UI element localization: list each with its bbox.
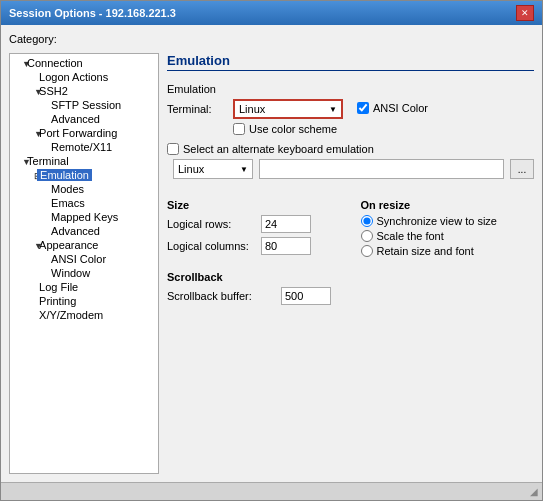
- tree-item-advanced-ssh[interactable]: Advanced: [10, 112, 158, 126]
- ansi-color-row: ANSI Color: [357, 102, 428, 114]
- tree-label-remote-x11: Remote/X11: [49, 141, 114, 153]
- content-area: ▼ Connection Logon Actions ▼ SSH2 SFTP S…: [9, 53, 534, 474]
- title-bar: Session Options - 192.168.221.3 ✕: [1, 1, 542, 25]
- retain-size-label: Retain size and font: [377, 245, 474, 257]
- resize-radio-group: Synchronize view to size Scale the font …: [361, 215, 535, 257]
- logical-cols-row: Logical columns:: [167, 237, 341, 255]
- tree-item-printing[interactable]: Printing: [10, 294, 158, 308]
- alt-terminal-dropdown[interactable]: Linux ▼: [173, 159, 253, 179]
- alt-dropdown-arrow: ▼: [240, 165, 248, 174]
- emulation-section: Emulation Terminal: Linux ▼ ANSI Color: [167, 83, 534, 187]
- tree-label-advanced2: Advanced: [49, 225, 102, 237]
- tree-item-mapped-keys[interactable]: Mapped Keys: [10, 210, 158, 224]
- tree-label-logon: Logon Actions: [37, 71, 110, 83]
- sync-view-radio[interactable]: [361, 215, 373, 227]
- retain-size-radio[interactable]: [361, 245, 373, 257]
- tree-label-emulation: Emulation: [37, 169, 92, 181]
- terminal-dropdown[interactable]: Linux ▼: [233, 99, 343, 119]
- alt-emulation-input[interactable]: [259, 159, 504, 179]
- expander-connection: ▼: [10, 59, 22, 69]
- alt-emulation-row: Linux ▼ ...: [173, 159, 534, 179]
- size-label: Size: [167, 199, 341, 211]
- category-label: Category:: [9, 33, 534, 45]
- scale-font-label: Scale the font: [377, 230, 444, 242]
- tree-item-advanced2[interactable]: Advanced: [10, 224, 158, 238]
- ansi-color-label: ANSI Color: [373, 102, 428, 114]
- tree-label-modes: Modes: [49, 183, 86, 195]
- scrollback-buffer-input[interactable]: [281, 287, 331, 305]
- tree-label-advanced-ssh: Advanced: [49, 113, 102, 125]
- ansi-color-checkbox[interactable]: [357, 102, 369, 114]
- terminal-dropdown-value: Linux: [239, 103, 325, 115]
- retain-size-row: Retain size and font: [361, 245, 535, 257]
- sync-view-label: Synchronize view to size: [377, 215, 497, 227]
- panel-title: Emulation: [167, 53, 534, 71]
- expander-appearance: ▼: [10, 241, 34, 251]
- logical-cols-label: Logical columns:: [167, 240, 257, 252]
- tree-item-log-file[interactable]: Log File: [10, 280, 158, 294]
- expander-ssh2: ▼: [10, 87, 34, 97]
- tree-label-ansi: ANSI Color: [49, 253, 108, 265]
- alt-keyboard-label: Select an alternate keyboard emulation: [183, 143, 374, 155]
- on-resize-section: On resize Synchronize view to size Scale…: [361, 199, 535, 259]
- tree-item-appearance[interactable]: ▼ Appearance: [10, 238, 158, 252]
- tree-label-mapped: Mapped Keys: [49, 211, 120, 223]
- expander-terminal: ▼: [10, 157, 22, 167]
- tree-item-port-fwd[interactable]: ▼ Port Forwarding: [10, 126, 158, 140]
- size-section: Size Logical rows: Logical columns:: [167, 199, 341, 259]
- terminal-dropdown-arrow: ▼: [329, 105, 337, 114]
- tree-label-window: Window: [49, 267, 92, 279]
- logical-rows-row: Logical rows:: [167, 215, 341, 233]
- on-resize-label: On resize: [361, 199, 535, 211]
- scale-font-radio[interactable]: [361, 230, 373, 242]
- tree-item-emulation[interactable]: ⊞ Emulation: [10, 168, 158, 182]
- use-color-scheme-row: Use color scheme: [233, 123, 337, 135]
- alt-keyboard-checkbox[interactable]: [167, 143, 179, 155]
- title-bar-controls: ✕: [516, 5, 534, 21]
- tree-label-ssh2: SSH2: [37, 85, 70, 97]
- tree-item-terminal[interactable]: ▼ Terminal: [10, 154, 158, 168]
- size-resize-section: Size Logical rows: Logical columns: On r…: [167, 199, 534, 259]
- alt-terminal-value: Linux: [178, 163, 236, 175]
- scrollback-buffer-row: Scrollback buffer:: [167, 287, 534, 305]
- scrollback-label: Scrollback: [167, 271, 534, 283]
- scale-font-row: Scale the font: [361, 230, 535, 242]
- tree-item-xyz[interactable]: X/Y/Zmodem: [10, 308, 158, 322]
- emulation-section-label: Emulation: [167, 83, 534, 95]
- color-scheme-row: Use color scheme: [233, 123, 534, 137]
- tree-label-appearance: Appearance: [37, 239, 100, 251]
- use-color-scheme-checkbox[interactable]: [233, 123, 245, 135]
- scrollback-section: Scrollback Scrollback buffer:: [167, 271, 534, 309]
- tree-item-remote-x11[interactable]: Remote/X11: [10, 140, 158, 154]
- tree-item-connection[interactable]: ▼ Connection: [10, 56, 158, 70]
- close-button[interactable]: ✕: [516, 5, 534, 21]
- logical-cols-input[interactable]: [261, 237, 311, 255]
- tree-label-printing: Printing: [37, 295, 78, 307]
- expander-emulation: ⊞: [10, 171, 34, 181]
- tree-label-port-fwd: Port Forwarding: [37, 127, 119, 139]
- tree-item-ssh2[interactable]: ▼ SSH2: [10, 84, 158, 98]
- logical-rows-input[interactable]: [261, 215, 311, 233]
- use-color-scheme-label: Use color scheme: [249, 123, 337, 135]
- tree-label-connection: Connection: [25, 57, 85, 69]
- window-body: Category: ▼ Connection Logon Actions ▼ S…: [1, 25, 542, 482]
- bottom-bar: ◢: [1, 482, 542, 500]
- tree-item-modes[interactable]: Modes: [10, 182, 158, 196]
- right-panel: Emulation Emulation Terminal: Linux ▼ AN…: [167, 53, 534, 474]
- resize-grip: ◢: [530, 486, 538, 497]
- tree-item-sftp[interactable]: SFTP Session: [10, 98, 158, 112]
- tree-item-emacs[interactable]: Emacs: [10, 196, 158, 210]
- terminal-row: Terminal: Linux ▼ ANSI Color: [167, 99, 534, 119]
- tree-label-log: Log File: [37, 281, 80, 293]
- tree-label-emacs: Emacs: [49, 197, 87, 209]
- alt-keyboard-row: Select an alternate keyboard emulation: [167, 143, 534, 155]
- tree-label-terminal: Terminal: [25, 155, 71, 167]
- logical-rows-label: Logical rows:: [167, 218, 257, 230]
- expander-port-fwd: ▼: [10, 129, 34, 139]
- tree-item-ansi-color[interactable]: ANSI Color: [10, 252, 158, 266]
- tree-item-window[interactable]: Window: [10, 266, 158, 280]
- main-window: Session Options - 192.168.221.3 ✕ Catego…: [0, 0, 543, 501]
- tree-item-logon-actions[interactable]: Logon Actions: [10, 70, 158, 84]
- window-title: Session Options - 192.168.221.3: [9, 7, 176, 19]
- browse-button[interactable]: ...: [510, 159, 534, 179]
